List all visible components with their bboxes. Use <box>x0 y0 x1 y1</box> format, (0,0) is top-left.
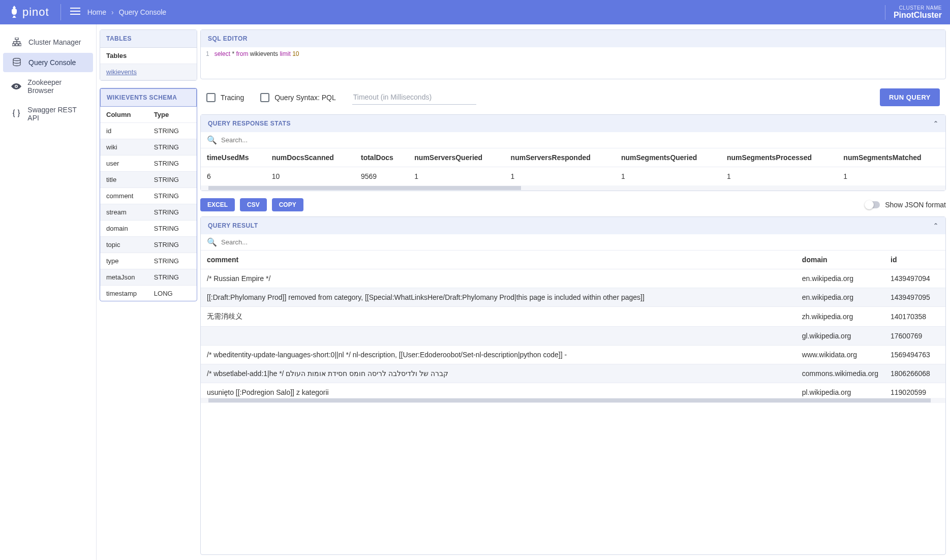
eye-icon <box>11 83 21 89</box>
result-row[interactable]: [[:Draft:Phylomany Prod]] removed from c… <box>201 288 945 307</box>
result-table: commentdomainid/* Russian Empire */en.wi… <box>201 251 945 398</box>
sql-line: select * from wikievents limit 10 <box>214 50 299 76</box>
schema-row[interactable]: streamSTRING <box>100 204 197 221</box>
result-search: 🔍 <box>201 234 945 251</box>
menu-toggle-button[interactable] <box>63 8 87 17</box>
result-row[interactable]: /* Russian Empire */en.wikipedia.org1439… <box>201 269 945 288</box>
hamburger-icon <box>70 8 80 15</box>
db-icon <box>11 58 22 67</box>
tables-panel-header: TABLES <box>100 30 197 48</box>
schema-row[interactable]: userSTRING <box>100 155 197 172</box>
svg-rect-3 <box>19 44 21 46</box>
excel-button[interactable]: EXCEL <box>200 198 235 211</box>
left-nav: Cluster ManagerQuery ConsoleZookeeper Br… <box>0 24 97 560</box>
schema-header-row: ColumnType <box>100 107 197 123</box>
checkbox-icon <box>206 93 216 102</box>
logo-text: pinot <box>22 6 49 19</box>
stats-scrollbar[interactable] <box>201 185 945 191</box>
table-row[interactable]: wikievents <box>100 64 197 80</box>
schema-panel-header: WIKIEVENTS SCHEMA <box>100 88 197 107</box>
stats-search: 🔍 <box>201 132 945 148</box>
collapse-icon[interactable]: ⌃ <box>933 120 939 127</box>
result-header-row: commentdomainid <box>201 251 945 269</box>
search-icon: 🔍 <box>207 237 217 247</box>
schema-panel: WIKIEVENTS SCHEMA ColumnTypeidSTRINGwiki… <box>100 88 197 301</box>
result-row[interactable]: 无需消歧义zh.wikipedia.org140170358 <box>201 307 945 327</box>
cluster-info: CLUSTER NAME PinotCluster <box>885 5 950 20</box>
stats-table: timeUsedMsnumDocsScannedtotalDocsnumServ… <box>201 148 945 185</box>
separator <box>60 4 61 20</box>
schema-row[interactable]: wikiSTRING <box>100 139 197 155</box>
result-search-input[interactable] <box>221 238 939 246</box>
breadcrumb: Home › Query Console <box>87 8 166 16</box>
sql-editor[interactable]: 1 select * from wikievents limit 10 <box>201 47 945 79</box>
logo[interactable]: pinot <box>0 6 58 19</box>
chevron-right-icon: › <box>111 8 114 16</box>
svg-point-6 <box>16 86 17 87</box>
csv-button[interactable]: CSV <box>240 198 267 211</box>
sitemap-icon <box>11 38 22 47</box>
sql-editor-card: SQL EDITOR 1 select * from wikievents li… <box>200 29 946 79</box>
table-link[interactable]: wikievents <box>106 68 137 76</box>
result-row[interactable]: /* wbsetlabel-add:1|he */ קברה של ולדיסל… <box>201 364 945 383</box>
checkbox-icon <box>260 93 269 102</box>
response-stats-card: QUERY RESPONSE STATS ⌃ 🔍 timeUsedMsnumDo… <box>200 114 946 191</box>
result-scrollbar[interactable] <box>201 398 945 403</box>
cluster-label: CLUSTER NAME <box>894 5 942 11</box>
copy-button[interactable]: COPY <box>272 198 303 211</box>
side-panel: TABLES Tables wikievents WIKIEVENTS SCHE… <box>97 24 200 560</box>
tracing-checkbox[interactable]: Tracing <box>206 93 244 102</box>
schema-row[interactable]: metaJsonSTRING <box>100 269 197 286</box>
schema-row[interactable]: idSTRING <box>100 123 197 139</box>
nav-item-swagger-rest-api[interactable]: Swagger REST API <box>3 101 93 127</box>
cluster-name: PinotCluster <box>894 11 942 20</box>
stats-data-row: 610956911111 <box>201 167 945 186</box>
breadcrumb-home[interactable]: Home <box>87 8 106 16</box>
schema-row[interactable]: domainSTRING <box>100 221 197 237</box>
timeout-input[interactable] <box>352 90 476 105</box>
result-row[interactable]: gl.wikipedia.org17600769 <box>201 327 945 346</box>
collapse-icon[interactable]: ⌃ <box>933 222 939 229</box>
query-result-header: QUERY RESULT ⌃ <box>201 217 945 234</box>
stats-search-input[interactable] <box>221 136 939 144</box>
response-stats-header: QUERY RESPONSE STATS ⌃ <box>201 115 945 132</box>
run-query-button[interactable]: RUN QUERY <box>880 88 940 106</box>
syntax-checkbox[interactable]: Query Syntax: PQL <box>260 93 336 102</box>
result-row[interactable]: /* wbeditentity-update-languages-short:0… <box>201 346 945 364</box>
breadcrumb-current: Query Console <box>119 8 166 16</box>
json-switch[interactable] <box>866 201 880 208</box>
search-icon: 🔍 <box>207 135 217 145</box>
line-number: 1 <box>206 50 209 76</box>
schema-row[interactable]: commentSTRING <box>100 188 197 204</box>
query-options-bar: Tracing Query Syntax: PQL RUN QUERY <box>200 84 946 109</box>
app-header: pinot Home › Query Console CLUSTER NAME … <box>0 0 950 24</box>
svg-rect-2 <box>16 44 18 46</box>
nav-item-query-console[interactable]: Query Console <box>3 53 93 72</box>
tables-panel: TABLES Tables wikievents <box>100 29 197 81</box>
schema-row[interactable]: titleSTRING <box>100 172 197 188</box>
schema-row[interactable]: timestampLONG <box>100 286 197 301</box>
pinot-logo-icon <box>9 6 19 19</box>
svg-point-4 <box>13 58 20 61</box>
json-toggle: Show JSON format <box>866 201 946 209</box>
stats-header-row: timeUsedMsnumDocsScannedtotalDocsnumServ… <box>201 148 945 167</box>
tables-header-row: Tables <box>100 48 197 64</box>
schema-row[interactable]: typeSTRING <box>100 253 197 269</box>
content: SQL EDITOR 1 select * from wikievents li… <box>200 24 950 560</box>
svg-rect-1 <box>12 44 15 46</box>
nav-item-zookeeper-browser[interactable]: Zookeeper Browser <box>3 73 93 100</box>
sql-editor-header: SQL EDITOR <box>201 30 945 47</box>
curly-icon <box>11 109 21 118</box>
result-row[interactable]: usunięto [[:Podregion Salo]] z kategorii… <box>201 383 945 398</box>
export-bar: EXCEL CSV COPY Show JSON format <box>200 196 946 211</box>
nav-item-cluster-manager[interactable]: Cluster Manager <box>3 33 93 52</box>
schema-row[interactable]: topicSTRING <box>100 237 197 253</box>
query-result-card: QUERY RESULT ⌃ 🔍 commentdomainid/* Russi… <box>200 216 946 555</box>
svg-rect-0 <box>15 38 18 40</box>
